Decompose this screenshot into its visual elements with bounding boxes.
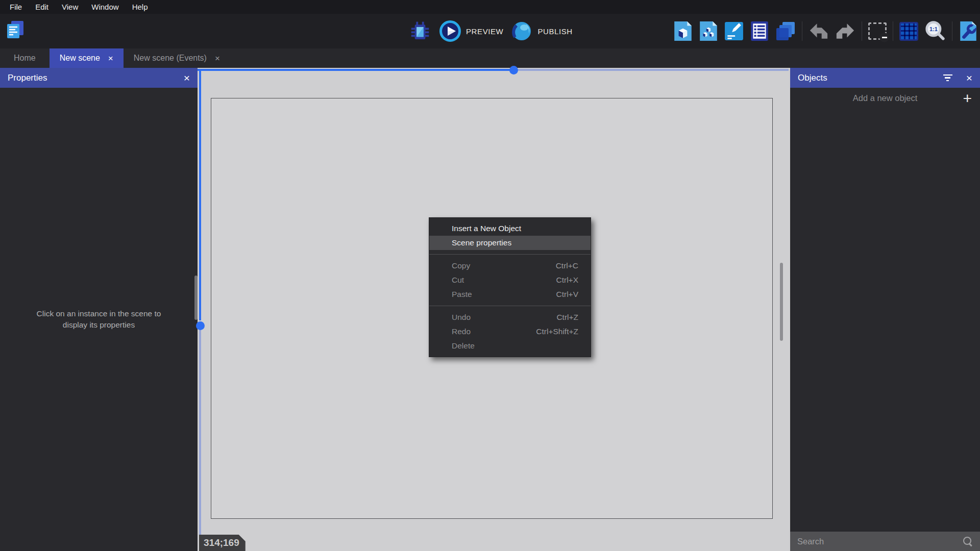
menu-bar: File Edit View Window Help — [0, 0, 980, 14]
add-object-label: Add a new object — [790, 93, 980, 103]
tab-new-scene[interactable]: New scene × — [50, 48, 124, 68]
gdevelop-window: File Edit View Window Help — [0, 0, 980, 551]
wrench-icon — [959, 20, 978, 42]
menu-file[interactable]: File — [3, 0, 29, 14]
undo-button[interactable] — [808, 23, 829, 39]
context-menu: Insert a New Object Scene properties Cop… — [429, 217, 591, 357]
project-manager-button[interactable] — [4, 19, 27, 41]
objects-editor-icon — [673, 20, 693, 42]
objects-panel-title: Objects — [798, 73, 929, 83]
toolbar-center-group: PREVIEW PUBLISH — [408, 19, 573, 43]
properties-panel-body: Click on an instance in the scene to dis… — [0, 88, 198, 551]
deselect-icon — [868, 22, 887, 40]
properties-empty-hint: Click on an instance in the scene to dis… — [35, 308, 163, 331]
context-menu-item-paste[interactable]: Paste Ctrl+V — [429, 287, 591, 302]
add-object-row[interactable]: Add a new object + — [790, 88, 980, 109]
grid-icon — [899, 22, 918, 41]
pencil-icon — [724, 21, 744, 41]
close-panel-icon[interactable]: × — [184, 72, 190, 83]
publish-globe-icon — [510, 20, 533, 42]
svg-text:1:1: 1:1 — [929, 26, 938, 32]
properties-panel-header: Properties × — [0, 68, 198, 88]
properties-editor-button[interactable] — [724, 21, 744, 41]
close-tab-icon[interactable]: × — [215, 54, 220, 63]
zoom-one-to-one-icon: 1:1 — [924, 20, 946, 42]
tab-label: Home — [14, 54, 36, 63]
objects-panel-header: Objects × — [790, 68, 980, 88]
canvas-right-scrollbar[interactable] — [780, 263, 783, 341]
editor-tab-bar: Home New scene × New scene (Events) × — [0, 48, 980, 68]
redo-icon — [835, 23, 855, 39]
scene-properties-button[interactable] — [959, 20, 978, 42]
menu-item-label: Undo — [452, 313, 556, 322]
menu-item-label: Paste — [452, 290, 556, 299]
menu-window[interactable]: Window — [85, 0, 125, 14]
toolbar-separator — [952, 21, 952, 41]
toolbar-separator — [802, 21, 802, 41]
context-menu-separator — [429, 306, 591, 306]
play-icon — [439, 20, 461, 42]
properties-panel-title: Properties — [8, 73, 170, 83]
menu-item-shortcut: Ctrl+Z — [556, 313, 578, 322]
menu-item-shortcut: Ctrl+X — [556, 276, 579, 285]
debugger-button[interactable] — [408, 19, 432, 43]
tab-new-scene-events[interactable]: New scene (Events) × — [124, 48, 230, 68]
menu-item-shortcut: Ctrl+Shift+Z — [536, 327, 578, 336]
context-menu-item-insert-new-object[interactable]: Insert a New Object — [429, 221, 591, 236]
objects-search-bar — [790, 532, 980, 551]
preview-label: PREVIEW — [466, 27, 503, 36]
canvas-horizontal-scrollbar[interactable] — [198, 69, 789, 71]
preview-button[interactable]: PREVIEW — [439, 20, 503, 42]
object-groups-icon — [699, 20, 718, 42]
search-input[interactable] — [797, 537, 963, 546]
hscroll-track-active — [198, 69, 513, 71]
filter-icon[interactable] — [943, 74, 953, 82]
layers-editor-button[interactable] — [775, 21, 796, 41]
object-groups-button[interactable] — [699, 20, 718, 42]
menu-item-label: Cut — [452, 276, 556, 285]
toolbar-separator — [893, 21, 893, 41]
plus-icon[interactable]: + — [963, 89, 972, 108]
toggle-grid-button[interactable] — [899, 22, 918, 41]
menu-item-label: Delete — [452, 341, 578, 350]
context-menu-item-redo[interactable]: Redo Ctrl+Shift+Z — [429, 324, 591, 339]
context-menu-separator — [429, 254, 591, 255]
context-menu-item-undo[interactable]: Undo Ctrl+Z — [429, 310, 591, 324]
publish-button[interactable]: PUBLISH — [510, 20, 572, 42]
instances-list-icon — [750, 20, 769, 42]
cursor-coordinates-badge: 314;169 — [199, 535, 246, 551]
canvas-vertical-scrollbar[interactable] — [199, 69, 201, 551]
redo-button[interactable] — [835, 23, 855, 39]
menu-view[interactable]: View — [55, 0, 85, 14]
context-menu-item-cut[interactable]: Cut Ctrl+X — [429, 273, 591, 287]
menu-item-label: Insert a New Object — [452, 224, 578, 233]
objects-editor-button[interactable] — [673, 20, 693, 42]
close-panel-icon[interactable]: × — [966, 72, 972, 83]
close-tab-icon[interactable]: × — [108, 54, 113, 63]
context-menu-item-scene-properties[interactable]: Scene properties — [429, 236, 591, 250]
hscroll-track-rest — [518, 69, 789, 71]
main-toolbar: PREVIEW PUBLISH — [0, 14, 980, 48]
publish-label: PUBLISH — [537, 27, 572, 36]
properties-panel: Properties × Click on an instance in the… — [0, 68, 198, 551]
menu-edit[interactable]: Edit — [29, 0, 55, 14]
search-icon — [963, 536, 973, 546]
menu-item-shortcut: Ctrl+C — [556, 261, 578, 270]
tab-home[interactable]: Home — [0, 48, 50, 68]
context-menu-item-delete[interactable]: Delete — [429, 339, 591, 353]
context-menu-item-copy[interactable]: Copy Ctrl+C — [429, 259, 591, 273]
vscroll-thumb[interactable] — [196, 321, 205, 330]
tab-label: New scene — [60, 54, 100, 63]
instances-list-button[interactable] — [750, 20, 769, 42]
zoom-reset-button[interactable]: 1:1 — [924, 20, 946, 42]
toolbar-right-group: 1:1 — [673, 20, 978, 42]
toolbar-separator — [862, 21, 862, 41]
vscroll-track-active — [199, 69, 201, 320]
objects-panel: Objects × Add a new object + — [790, 68, 980, 551]
menu-item-label: Redo — [452, 327, 536, 336]
menu-help[interactable]: Help — [126, 0, 155, 14]
undo-icon — [808, 23, 829, 39]
hscroll-thumb[interactable] — [509, 66, 518, 74]
clear-selection-button[interactable] — [868, 22, 887, 40]
debugger-icon — [408, 19, 432, 43]
